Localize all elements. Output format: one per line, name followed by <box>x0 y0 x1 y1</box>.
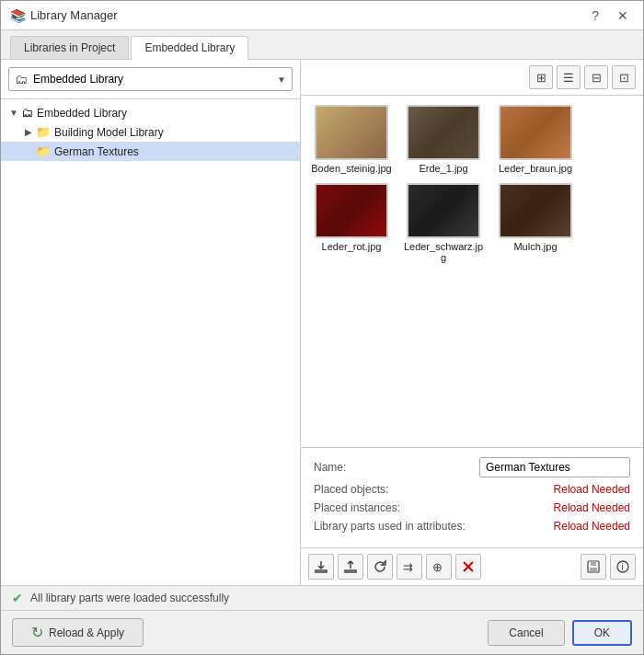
placed-objects-value: Reload Needed <box>479 483 630 496</box>
view-grid1-button[interactable]: ⊞ <box>529 65 553 89</box>
reload-icon: ↻ <box>31 624 43 641</box>
dropdown-icon: 🗂 <box>15 72 28 86</box>
library-manager-window: 📚 Library Manager ? ✕ Libraries in Proje… <box>0 0 644 655</box>
footer: ↻ Reload & Apply Cancel OK <box>1 610 643 654</box>
thumbnail-img-leder-braun <box>499 105 572 160</box>
placed-objects-row: Placed objects: Reload Needed <box>314 483 630 496</box>
view-detail-button[interactable]: ⊡ <box>612 65 636 89</box>
action-toolbar-right: i <box>581 554 636 580</box>
tree-toggle-embedded: ▼ <box>6 108 21 118</box>
library-parts-value: Reload Needed <box>479 520 630 533</box>
title-bar: 📚 Library Manager ? ✕ <box>1 1 643 30</box>
thumbnail-boden[interactable]: Boden_steinig.jpg <box>310 105 393 174</box>
delete-button[interactable] <box>455 554 481 580</box>
svg-rect-6 <box>590 568 597 571</box>
tree-area: ▼ 🗂 Embedded Library ▶ 📁 Building Model … <box>1 99 300 585</box>
close-button[interactable]: ✕ <box>612 6 634 25</box>
dropdown-arrow-icon: ▼ <box>277 75 286 85</box>
thumbnail-label-leder-schwarz: Leder_schwarz.jpg <box>402 241 485 263</box>
dropdown-row: 🗂 Embedded Library ▼ <box>1 60 300 99</box>
tree-item-embedded-library[interactable]: ▼ 🗂 Embedded Library <box>1 103 300 122</box>
placed-instances-value: Reload Needed <box>479 501 630 514</box>
view-list-button[interactable]: ☰ <box>557 65 581 89</box>
refresh-button[interactable] <box>367 554 393 580</box>
tree-label-building: Building Model Library <box>54 126 164 139</box>
thumbnail-img-mulch <box>499 183 572 238</box>
merge-button[interactable]: ⇉ <box>397 554 422 580</box>
status-message: All library parts were loaded successful… <box>30 592 229 604</box>
library-dropdown[interactable]: 🗂 Embedded Library ▼ <box>8 67 293 91</box>
thumbnails-area: Boden_steinig.jpg Erde_1.jpg Leder_braun… <box>301 96 643 447</box>
title-bar-left: 📚 Library Manager <box>10 8 118 23</box>
thumbnail-leder-braun[interactable]: Leder_braun.jpg <box>494 105 577 174</box>
thumbnail-img-leder-rot <box>315 183 388 238</box>
name-input[interactable] <box>479 457 630 477</box>
placed-instances-label: Placed instances: <box>314 501 479 514</box>
tab-embedded-library[interactable]: Embedded Library <box>131 36 248 60</box>
import-library-button[interactable] <box>308 554 334 580</box>
tree-icon-german: 📁 <box>36 144 51 158</box>
tree-icon-embedded: 🗂 <box>21 106 33 120</box>
svg-text:⊕: ⊕ <box>432 560 443 574</box>
window-icon: 📚 <box>10 8 25 23</box>
thumbnail-leder-schwarz[interactable]: Leder_schwarz.jpg <box>402 183 485 263</box>
thumbnail-label-boden: Boden_steinig.jpg <box>311 163 391 174</box>
tree-toggle-building: ▶ <box>21 127 36 137</box>
thumbnail-leder-rot[interactable]: Leder_rot.jpg <box>310 183 393 263</box>
placed-instances-row: Placed instances: Reload Needed <box>314 501 630 514</box>
thumbnail-label-leder-braun: Leder_braun.jpg <box>499 163 572 174</box>
library-parts-row: Library parts used in attributes: Reload… <box>314 520 630 533</box>
action-toolbar: ⇉ ⊕ i <box>301 547 643 585</box>
tree-toggle-german <box>21 146 36 156</box>
info-button[interactable]: i <box>610 554 636 580</box>
cancel-button[interactable]: Cancel <box>488 620 564 646</box>
tree-label-embedded: Embedded Library <box>37 107 127 120</box>
tab-libraries-in-project[interactable]: Libraries in Project <box>10 36 129 59</box>
footer-right: Cancel OK <box>488 620 632 646</box>
add-button[interactable]: ⊕ <box>426 554 452 580</box>
thumbnail-img-boden <box>315 105 388 160</box>
reload-label: Reload & Apply <box>49 626 124 639</box>
export-library-button[interactable] <box>338 554 363 580</box>
main-content: 🗂 Embedded Library ▼ ▼ 🗂 Embedded Librar… <box>1 60 643 585</box>
status-bar: ✔ All library parts were loaded successf… <box>1 585 643 610</box>
tree-icon-building: 📁 <box>36 125 51 139</box>
thumbnail-label-leder-rot: Leder_rot.jpg <box>322 241 382 252</box>
help-button[interactable]: ? <box>586 6 604 25</box>
dropdown-label: Embedded Library <box>33 73 123 86</box>
name-row: Name: <box>314 457 630 477</box>
placed-objects-label: Placed objects: <box>314 483 479 496</box>
thumbnail-erde[interactable]: Erde_1.jpg <box>402 105 485 174</box>
tree-item-german-textures[interactable]: 📁 German Textures <box>1 142 300 161</box>
svg-rect-5 <box>591 561 596 566</box>
tabs-row: Libraries in Project Embedded Library <box>1 30 643 60</box>
save-button[interactable] <box>581 554 606 580</box>
thumbnail-img-erde <box>407 105 480 160</box>
thumbnail-label-erde: Erde_1.jpg <box>419 163 467 174</box>
info-panel: Name: Placed objects: Reload Needed Plac… <box>301 447 643 547</box>
svg-text:i: i <box>622 562 624 572</box>
name-label: Name: <box>314 461 479 474</box>
svg-text:⇉: ⇉ <box>403 560 413 574</box>
toolbar-row: ⊞ ☰ ⊟ ⊡ <box>301 60 643 96</box>
window-title: Library Manager <box>30 8 118 22</box>
view-grid2-button[interactable]: ⊟ <box>584 65 608 89</box>
left-panel: 🗂 Embedded Library ▼ ▼ 🗂 Embedded Librar… <box>1 60 301 585</box>
thumbnail-img-leder-schwarz <box>407 183 480 238</box>
action-toolbar-left: ⇉ ⊕ <box>308 554 481 580</box>
status-icon: ✔ <box>12 591 23 605</box>
reload-apply-button[interactable]: ↻ Reload & Apply <box>12 618 144 647</box>
ok-button[interactable]: OK <box>572 620 632 646</box>
title-bar-controls: ? ✕ <box>586 6 634 25</box>
tree-label-german: German Textures <box>54 145 139 158</box>
right-panel: ⊞ ☰ ⊟ ⊡ Boden_steinig.jpg Erde_1.jpg Led… <box>301 60 643 585</box>
library-parts-label: Library parts used in attributes: <box>314 520 479 533</box>
thumbnail-label-mulch: Mulch.jpg <box>513 241 557 252</box>
thumbnail-mulch[interactable]: Mulch.jpg <box>494 183 577 263</box>
tree-item-building-model[interactable]: ▶ 📁 Building Model Library <box>1 122 300 142</box>
